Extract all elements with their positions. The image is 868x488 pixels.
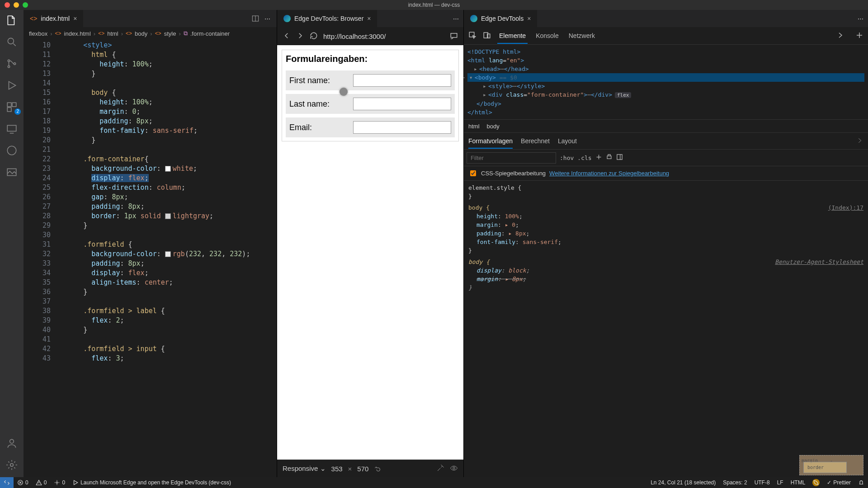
images-icon[interactable] (0, 166, 24, 178)
eol[interactable]: LF (774, 479, 787, 486)
inspect-cursor (340, 88, 348, 96)
notifications-icon[interactable] (854, 479, 868, 486)
maximize-window[interactable] (23, 2, 28, 8)
remote-explorer-icon[interactable] (0, 123, 24, 135)
window-title: index.html — dev-css (408, 2, 460, 8)
tab-close-icon[interactable]: × (527, 15, 531, 22)
tab-close-icon[interactable]: × (73, 15, 77, 22)
editor-tabs: <> index.html × ⋯ (24, 10, 277, 27)
code-editor[interactable]: 1011121314151617181920212223242526272829… (24, 40, 277, 477)
editor-more-icon[interactable]: ⋯ (261, 13, 273, 24)
editor-tab-index[interactable]: <> index.html × (24, 10, 83, 27)
edge-tools-icon[interactable] (0, 145, 24, 156)
network-tab[interactable]: Netzwerk (567, 32, 597, 39)
browser-panel: Edge DevTools: Browser × ⋯ http://localh… (277, 10, 463, 477)
device-toggle-icon[interactable] (483, 31, 491, 41)
encoding[interactable]: UTF-8 (751, 479, 774, 486)
first-name-input[interactable] (353, 74, 451, 87)
svg-rect-5 (12, 103, 16, 107)
svg-point-11 (10, 464, 14, 467)
reload-icon[interactable] (310, 32, 318, 41)
flex-badge[interactable]: flex (615, 92, 632, 98)
account-icon[interactable] (0, 437, 24, 449)
form-field: First name: (286, 70, 455, 90)
devtools-tab[interactable]: Edge DevTools × (464, 10, 537, 27)
layout-tab[interactable]: Layout (558, 137, 577, 145)
console-tab[interactable]: Konsole (534, 32, 561, 39)
warnings-count[interactable]: 0 (32, 479, 51, 486)
search-icon[interactable] (0, 36, 24, 48)
breadcrumb[interactable]: flexbox› <>index.html› <>html› <>body› <… (24, 27, 277, 40)
indentation[interactable]: Spaces: 2 (719, 479, 750, 486)
run-debug-icon[interactable] (0, 80, 24, 91)
svg-point-0 (8, 38, 14, 44)
new-style-rule-icon[interactable] (595, 154, 602, 162)
hov-toggle[interactable]: :hov (560, 155, 574, 161)
css-mirror-row: CSS-Spiegelbearbeitung Weitere Informati… (464, 166, 868, 181)
svg-point-2 (8, 66, 9, 67)
device-toolbar: Responsive ⌄ 353 × 570 (277, 460, 463, 477)
html-file-icon: <> (30, 15, 37, 22)
svg-point-1 (8, 60, 9, 61)
more-tabs-icon[interactable] (836, 31, 844, 41)
close-window[interactable] (5, 2, 10, 8)
svg-point-8 (7, 146, 16, 155)
more-style-tabs-icon[interactable] (856, 137, 863, 145)
settings-gear-icon[interactable] (0, 459, 24, 471)
email-input[interactable] (353, 121, 451, 134)
box-model[interactable]: margin- border (799, 455, 863, 475)
editor-panel: <> index.html × ⋯ flexbox› <>index.html›… (24, 10, 277, 477)
edge-icon (283, 15, 291, 22)
print-media-icon[interactable] (606, 154, 613, 162)
svg-rect-4 (7, 103, 11, 107)
dom-breadcrumb[interactable]: html body (464, 119, 868, 133)
last-name-input[interactable] (353, 98, 451, 110)
elements-tab[interactable]: Elemente (497, 32, 528, 44)
viewport-width[interactable]: 353 (331, 465, 343, 473)
language-mode[interactable]: HTML (787, 479, 809, 486)
source-control-icon[interactable] (0, 58, 24, 70)
remote-indicator[interactable] (0, 477, 14, 488)
form-heading: Formulareingaben: (286, 54, 455, 64)
computed-sidebar-icon[interactable] (616, 154, 623, 162)
url-input[interactable]: http://localhost:3000/ (323, 33, 444, 40)
tab-close-icon[interactable]: × (367, 15, 371, 22)
errors-count[interactable]: 0 (14, 479, 32, 486)
page-preview[interactable]: Formulareingaben: First name: Last name:… (277, 45, 463, 460)
rotate-icon[interactable] (374, 464, 382, 474)
screencast-icon[interactable] (450, 32, 458, 41)
edge-icon (470, 15, 477, 22)
browser-tab[interactable]: Edge DevTools: Browser × (277, 10, 377, 27)
devtools-panel: Edge DevTools × ⋯ Elemente Konsole Netzw… (463, 10, 868, 477)
mirror-info-link[interactable]: Weitere Informationen zur Spiegelbearbei… (549, 170, 669, 177)
device-mode-select[interactable]: Responsive ⌄ (283, 465, 326, 473)
tab-label: index.html (41, 15, 70, 22)
vision-icon[interactable] (450, 464, 458, 474)
viewport-height[interactable]: 570 (357, 465, 368, 473)
launch-edge-button[interactable]: Launch Microsoft Edge and open the Edge … (69, 479, 235, 486)
inspect-element-icon[interactable] (468, 31, 476, 41)
explorer-icon[interactable] (0, 14, 24, 26)
nav-forward-icon[interactable] (296, 32, 304, 41)
styles-filter-input[interactable] (467, 152, 556, 164)
nav-back-icon[interactable] (283, 32, 291, 41)
titlebar: index.html — dev-css (0, 0, 868, 10)
cursor-position[interactable]: Ln 24, Col 21 (18 selected) (647, 479, 719, 486)
extensions-icon[interactable]: 2 (0, 101, 24, 113)
dom-tree[interactable]: <!DOCTYPE html> <html lang="en"> ▸<head>… (464, 45, 868, 119)
add-tab-icon[interactable] (855, 31, 863, 41)
computed-tab[interactable]: Berechnet (521, 137, 550, 145)
minimize-window[interactable] (14, 2, 19, 8)
css-mirror-checkbox[interactable] (470, 170, 476, 176)
styles-tab[interactable]: Formatvorlagen (468, 137, 513, 149)
browser-more-icon[interactable]: ⋯ (448, 15, 463, 22)
ports-count[interactable]: 0 (50, 479, 69, 486)
split-editor-icon[interactable] (250, 13, 261, 24)
prettier-status[interactable]: ✓ Prettier (823, 479, 854, 486)
eyedropper-icon[interactable] (436, 464, 444, 474)
styles-rules[interactable]: element.style { } body {(Index):17 heigh… (464, 181, 868, 477)
svg-rect-19 (617, 155, 622, 160)
devtools-more-icon[interactable]: ⋯ (853, 15, 868, 22)
cls-toggle[interactable]: .cls (577, 155, 591, 161)
tweet-feedback-icon[interactable] (809, 479, 823, 486)
